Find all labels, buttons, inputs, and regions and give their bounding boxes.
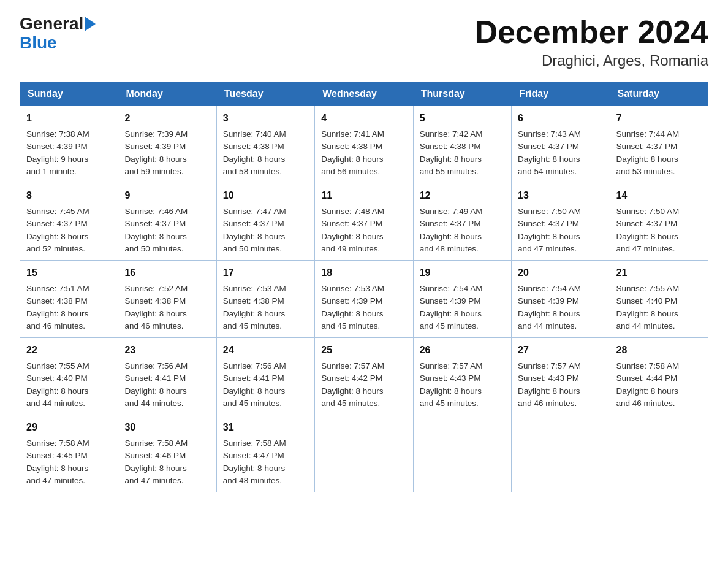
day-info: Sunrise: 7:57 AMSunset: 4:43 PMDaylight:… <box>518 360 603 410</box>
logo-blue-text: Blue <box>20 34 57 53</box>
day-of-week-header: Saturday <box>610 82 708 106</box>
day-number: 6 <box>518 111 603 126</box>
calendar-cell: 6Sunrise: 7:43 AMSunset: 4:37 PMDaylight… <box>512 106 610 183</box>
day-info: Sunrise: 7:56 AMSunset: 4:41 PMDaylight:… <box>223 360 308 410</box>
day-number: 5 <box>420 111 505 126</box>
day-of-week-header: Wednesday <box>315 82 413 106</box>
calendar-cell: 23Sunrise: 7:56 AMSunset: 4:41 PMDayligh… <box>118 338 216 415</box>
calendar-cell <box>413 415 511 492</box>
calendar-cell: 30Sunrise: 7:58 AMSunset: 4:46 PMDayligh… <box>118 415 216 492</box>
calendar-cell: 18Sunrise: 7:53 AMSunset: 4:39 PMDayligh… <box>315 261 413 338</box>
calendar-cell: 9Sunrise: 7:46 AMSunset: 4:37 PMDaylight… <box>118 183 216 261</box>
day-number: 17 <box>223 266 308 280</box>
calendar-cell: 14Sunrise: 7:50 AMSunset: 4:37 PMDayligh… <box>610 183 708 261</box>
day-number: 2 <box>124 111 210 126</box>
day-number: 23 <box>124 343 210 358</box>
day-number: 10 <box>223 188 308 203</box>
day-number: 30 <box>124 420 210 435</box>
calendar-week-row: 8Sunrise: 7:45 AMSunset: 4:37 PMDaylight… <box>20 183 708 261</box>
day-number: 20 <box>518 266 603 280</box>
day-info: Sunrise: 7:56 AMSunset: 4:41 PMDaylight:… <box>124 360 210 410</box>
day-info: Sunrise: 7:40 AMSunset: 4:38 PMDaylight:… <box>223 128 308 178</box>
calendar-cell: 5Sunrise: 7:42 AMSunset: 4:38 PMDaylight… <box>413 106 511 183</box>
day-number: 19 <box>420 266 505 280</box>
day-info: Sunrise: 7:58 AMSunset: 4:44 PMDaylight:… <box>616 360 702 410</box>
day-number: 3 <box>223 111 308 126</box>
day-number: 24 <box>223 343 308 358</box>
day-of-week-header: Monday <box>118 82 216 106</box>
calendar-cell: 15Sunrise: 7:51 AMSunset: 4:38 PMDayligh… <box>20 261 118 338</box>
calendar-table: SundayMondayTuesdayWednesdayThursdayFrid… <box>20 82 708 492</box>
day-number: 31 <box>223 420 308 435</box>
day-info: Sunrise: 7:50 AMSunset: 4:37 PMDaylight:… <box>518 205 603 255</box>
day-of-week-header: Thursday <box>413 82 511 106</box>
calendar-cell: 22Sunrise: 7:55 AMSunset: 4:40 PMDayligh… <box>20 338 118 415</box>
day-number: 27 <box>518 343 603 358</box>
calendar-week-row: 1Sunrise: 7:38 AMSunset: 4:39 PMDaylight… <box>20 106 708 183</box>
calendar-cell: 28Sunrise: 7:58 AMSunset: 4:44 PMDayligh… <box>610 338 708 415</box>
day-number: 21 <box>616 266 702 280</box>
day-info: Sunrise: 7:51 AMSunset: 4:38 PMDaylight:… <box>26 283 112 332</box>
day-info: Sunrise: 7:58 AMSunset: 4:47 PMDaylight:… <box>223 437 308 487</box>
day-info: Sunrise: 7:46 AMSunset: 4:37 PMDaylight:… <box>124 205 210 255</box>
logo: General Blue <box>20 15 96 53</box>
calendar-cell: 26Sunrise: 7:57 AMSunset: 4:43 PMDayligh… <box>413 338 511 415</box>
day-info: Sunrise: 7:54 AMSunset: 4:39 PMDaylight:… <box>518 283 603 332</box>
day-number: 4 <box>321 111 406 126</box>
days-of-week-row: SundayMondayTuesdayWednesdayThursdayFrid… <box>20 82 708 106</box>
day-info: Sunrise: 7:44 AMSunset: 4:37 PMDaylight:… <box>616 128 702 178</box>
day-info: Sunrise: 7:53 AMSunset: 4:38 PMDaylight:… <box>223 283 308 332</box>
calendar-cell: 29Sunrise: 7:58 AMSunset: 4:45 PMDayligh… <box>20 415 118 492</box>
day-info: Sunrise: 7:50 AMSunset: 4:37 PMDaylight:… <box>616 205 702 255</box>
day-number: 11 <box>321 188 406 203</box>
day-info: Sunrise: 7:57 AMSunset: 4:42 PMDaylight:… <box>321 360 406 410</box>
calendar-week-row: 22Sunrise: 7:55 AMSunset: 4:40 PMDayligh… <box>20 338 708 415</box>
day-info: Sunrise: 7:55 AMSunset: 4:40 PMDaylight:… <box>26 360 112 410</box>
day-number: 22 <box>26 343 112 358</box>
calendar-cell: 17Sunrise: 7:53 AMSunset: 4:38 PMDayligh… <box>216 261 314 338</box>
calendar-cell: 16Sunrise: 7:52 AMSunset: 4:38 PMDayligh… <box>118 261 216 338</box>
title-block: December 2024 Draghici, Arges, Romania <box>474 15 708 69</box>
page-title: December 2024 <box>474 15 708 50</box>
calendar-cell: 7Sunrise: 7:44 AMSunset: 4:37 PMDaylight… <box>610 106 708 183</box>
calendar-cell: 10Sunrise: 7:47 AMSunset: 4:37 PMDayligh… <box>216 183 314 261</box>
calendar-week-row: 29Sunrise: 7:58 AMSunset: 4:45 PMDayligh… <box>20 415 708 492</box>
calendar-cell: 3Sunrise: 7:40 AMSunset: 4:38 PMDaylight… <box>216 106 314 183</box>
day-info: Sunrise: 7:42 AMSunset: 4:38 PMDaylight:… <box>420 128 505 178</box>
logo-arrow-icon <box>85 17 96 31</box>
page-header: General Blue December 2024 Draghici, Arg… <box>20 15 708 69</box>
calendar-cell: 8Sunrise: 7:45 AMSunset: 4:37 PMDaylight… <box>20 183 118 261</box>
day-number: 14 <box>616 188 702 203</box>
calendar-cell: 12Sunrise: 7:49 AMSunset: 4:37 PMDayligh… <box>413 183 511 261</box>
calendar-cell: 1Sunrise: 7:38 AMSunset: 4:39 PMDaylight… <box>20 106 118 183</box>
day-number: 25 <box>321 343 406 358</box>
day-number: 29 <box>26 420 112 435</box>
page-subtitle: Draghici, Arges, Romania <box>474 52 708 69</box>
day-number: 9 <box>124 188 210 203</box>
calendar-cell: 21Sunrise: 7:55 AMSunset: 4:40 PMDayligh… <box>610 261 708 338</box>
day-info: Sunrise: 7:48 AMSunset: 4:37 PMDaylight:… <box>321 205 406 255</box>
day-info: Sunrise: 7:58 AMSunset: 4:45 PMDaylight:… <box>26 437 112 487</box>
calendar-cell: 24Sunrise: 7:56 AMSunset: 4:41 PMDayligh… <box>216 338 314 415</box>
day-number: 16 <box>124 266 210 280</box>
day-info: Sunrise: 7:57 AMSunset: 4:43 PMDaylight:… <box>420 360 505 410</box>
day-info: Sunrise: 7:53 AMSunset: 4:39 PMDaylight:… <box>321 283 406 332</box>
calendar-cell: 2Sunrise: 7:39 AMSunset: 4:39 PMDaylight… <box>118 106 216 183</box>
calendar-cell <box>315 415 413 492</box>
day-info: Sunrise: 7:49 AMSunset: 4:37 PMDaylight:… <box>420 205 505 255</box>
day-number: 12 <box>420 188 505 203</box>
day-of-week-header: Friday <box>512 82 610 106</box>
day-number: 26 <box>420 343 505 358</box>
day-number: 1 <box>26 111 112 126</box>
day-number: 15 <box>26 266 112 280</box>
day-info: Sunrise: 7:52 AMSunset: 4:38 PMDaylight:… <box>124 283 210 332</box>
day-of-week-header: Tuesday <box>216 82 314 106</box>
calendar-header: SundayMondayTuesdayWednesdayThursdayFrid… <box>20 82 708 106</box>
day-info: Sunrise: 7:54 AMSunset: 4:39 PMDaylight:… <box>420 283 505 332</box>
day-info: Sunrise: 7:45 AMSunset: 4:37 PMDaylight:… <box>26 205 112 255</box>
day-info: Sunrise: 7:58 AMSunset: 4:46 PMDaylight:… <box>124 437 210 487</box>
calendar-cell: 20Sunrise: 7:54 AMSunset: 4:39 PMDayligh… <box>512 261 610 338</box>
day-number: 18 <box>321 266 406 280</box>
calendar-cell <box>610 415 708 492</box>
calendar-week-row: 15Sunrise: 7:51 AMSunset: 4:38 PMDayligh… <box>20 261 708 338</box>
